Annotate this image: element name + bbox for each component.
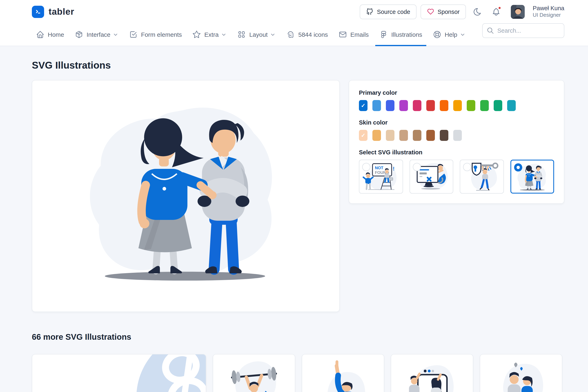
chevron-down-icon	[221, 32, 227, 37]
svg-text:NOT: NOT	[375, 166, 383, 170]
couple-on-bench-illustration	[480, 354, 562, 392]
page: tabler Source code Sponsor	[0, 0, 588, 392]
color-swatch-selected[interactable]	[359, 100, 368, 111]
nav-item-form-elements[interactable]: Form elements	[125, 23, 186, 46]
chevron-down-icon	[113, 32, 118, 37]
tabler-logo[interactable]: tabler	[32, 6, 74, 18]
top-header: tabler Source code Sponsor	[0, 0, 588, 23]
radio-unchecked-icon[interactable]	[412, 163, 421, 171]
tabler-illustrations-promo-card[interactable]: Tabler Illustrations	[32, 354, 206, 392]
radio-unchecked-icon[interactable]	[463, 163, 471, 171]
nav-item-help[interactable]: Help	[429, 23, 470, 46]
illustration-option-couple-selected[interactable]	[510, 160, 554, 194]
weightlifting-illustration	[213, 354, 295, 392]
search-icon	[487, 27, 494, 34]
illustration-option-computer-error[interactable]	[409, 160, 453, 194]
checkbox-icon	[129, 30, 138, 39]
select-illustration-label: Select SVG illustration	[359, 149, 554, 156]
sponsor-button[interactable]: Sponsor	[420, 4, 466, 19]
main-nav: Home Interface Form elements Extra	[0, 23, 588, 46]
moon-icon	[473, 7, 482, 16]
chevron-down-icon	[460, 32, 466, 37]
package-icon	[75, 30, 83, 39]
radio-checked-icon[interactable]	[514, 163, 522, 172]
skin-color-label: Skin color	[359, 119, 554, 126]
couple-illustration	[80, 99, 291, 290]
pointing-up-illustration	[302, 354, 384, 392]
color-swatch[interactable]	[507, 100, 516, 111]
color-swatch[interactable]	[467, 100, 475, 111]
more-card-presentation[interactable]	[391, 354, 473, 392]
notification-dot	[498, 6, 501, 10]
skin-swatch[interactable]	[440, 130, 448, 141]
more-card-weightlifting[interactable]	[213, 354, 295, 392]
nav-item-emails[interactable]: Emails	[334, 23, 373, 46]
search-box	[482, 23, 564, 38]
illustration-options: NOT FOUND !	[359, 160, 554, 194]
illustration-preview-card	[32, 80, 340, 312]
nav-item-illustrations[interactable]: Illustrations	[375, 23, 426, 46]
layout-grid-icon	[238, 30, 246, 39]
illustration-option-security-key[interactable]	[460, 160, 504, 194]
settings-panel: Primary color Skin color	[349, 80, 564, 204]
dark-mode-toggle[interactable]	[470, 4, 484, 19]
lifebuoy-icon	[433, 30, 442, 39]
color-swatch[interactable]	[426, 100, 435, 111]
skin-swatch-selected[interactable]	[359, 130, 368, 141]
radio-unchecked-icon[interactable]	[362, 163, 370, 171]
mail-icon	[338, 30, 347, 39]
color-swatch[interactable]	[480, 100, 489, 111]
search-input[interactable]	[497, 27, 560, 34]
ghost-icon	[286, 30, 295, 39]
color-swatch[interactable]	[453, 100, 462, 111]
skin-swatch[interactable]	[426, 130, 435, 141]
color-swatch[interactable]	[494, 100, 502, 111]
avatar[interactable]	[510, 5, 524, 18]
skin-swatch[interactable]	[399, 130, 408, 141]
user-role: UI Designer	[533, 12, 564, 19]
nav-item-home[interactable]: Home	[32, 23, 68, 46]
star-icon	[192, 30, 201, 39]
color-swatch[interactable]	[386, 100, 394, 111]
color-swatch[interactable]	[372, 100, 381, 111]
skin-swatch[interactable]	[453, 130, 462, 141]
primary-color-swatches	[359, 100, 554, 111]
chevron-down-icon	[270, 32, 276, 37]
skin-color-swatches	[359, 130, 554, 141]
user-name: Paweł Kuna	[533, 5, 564, 12]
heart-icon	[426, 8, 434, 16]
nav-item-layout[interactable]: Layout	[233, 23, 280, 46]
more-card-couple-on-bench[interactable]	[480, 354, 562, 392]
svg-text:!: !	[393, 166, 394, 172]
nav-item-interface[interactable]: Interface	[71, 23, 123, 46]
color-swatch[interactable]	[399, 100, 408, 111]
color-swatch[interactable]	[413, 100, 422, 111]
tabler-logo-icon	[32, 6, 44, 18]
notifications-button[interactable]	[488, 4, 503, 19]
skin-swatch[interactable]	[372, 130, 381, 141]
color-swatch[interactable]	[440, 100, 448, 111]
nav-item-extra[interactable]: Extra	[188, 23, 231, 46]
github-icon	[366, 8, 374, 16]
skin-swatch[interactable]	[386, 130, 394, 141]
home-icon	[36, 30, 44, 39]
more-card-pointing-up[interactable]	[302, 354, 384, 392]
nav-item-icons[interactable]: 5844 icons	[282, 23, 332, 46]
skin-swatch[interactable]	[413, 130, 422, 141]
figma-icon	[379, 30, 388, 39]
primary-color-label: Primary color	[359, 90, 554, 96]
user-info[interactable]: Paweł Kuna UI Designer	[533, 5, 564, 19]
logo-text: tabler	[48, 6, 74, 17]
more-illustrations-heading: 66 more SVG Illustrations	[32, 332, 564, 342]
presentation-illustration	[391, 354, 473, 392]
illustration-option-not-found[interactable]: NOT FOUND !	[359, 160, 403, 194]
source-code-button[interactable]: Source code	[360, 4, 416, 19]
promo-decoration	[124, 354, 206, 392]
page-title: SVG Illustrations	[32, 60, 564, 71]
